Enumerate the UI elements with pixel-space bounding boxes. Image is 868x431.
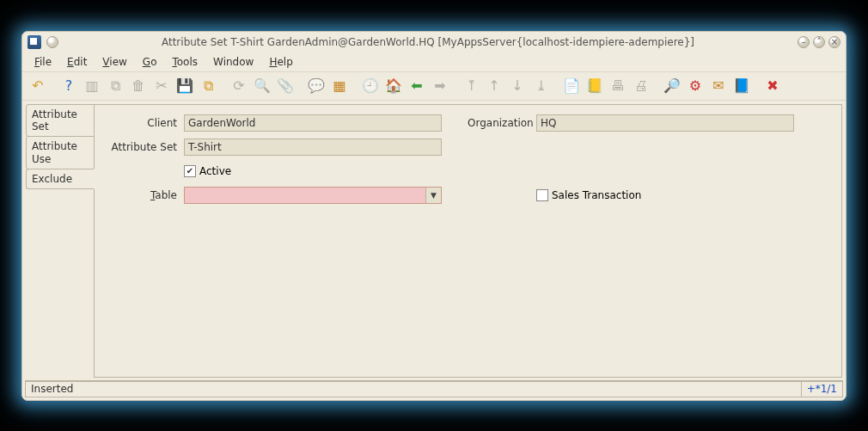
window: Attribute Set T-Shirt GardenAdmin@Garden…	[21, 31, 847, 401]
window-controls: – ˄ ×	[798, 36, 840, 48]
detail-icon[interactable]: ➡	[430, 76, 450, 96]
new-icon[interactable]: ▥	[82, 76, 102, 96]
close-icon[interactable]: ✖	[762, 76, 783, 96]
sales-transaction-checkbox[interactable]	[536, 189, 548, 201]
form-panel: Client GardenWorld Organization HQ Attri…	[94, 104, 842, 378]
save-new-icon[interactable]: ⧉	[198, 76, 218, 96]
tab-attribute-set[interactable]: Attribute Set	[26, 104, 95, 138]
tab-label: Attribute	[32, 140, 77, 152]
print-preview-icon[interactable]: 🖶	[608, 76, 628, 96]
minimize-button[interactable]: –	[798, 36, 810, 48]
last-icon[interactable]: ⤓	[530, 76, 551, 96]
history-icon[interactable]: 🕘	[360, 76, 381, 96]
tab-label: Exclude	[32, 173, 72, 185]
menu-window[interactable]: Window	[206, 54, 260, 70]
client-label: Client	[107, 117, 184, 129]
attribute-set-field: T-Shirt	[184, 139, 442, 156]
active-checkbox[interactable]	[184, 165, 196, 177]
status-message: Inserted	[25, 381, 802, 397]
tab-label: Use	[32, 153, 51, 165]
menu-edit[interactable]: Edit	[60, 54, 94, 70]
tab-list: Attribute Set Attribute Use Exclude	[26, 104, 95, 378]
menu-file[interactable]: File	[28, 54, 58, 70]
refresh-icon[interactable]: ⟳	[229, 76, 249, 96]
client-value: GardenWorld	[188, 117, 255, 129]
archive-icon[interactable]: 📒	[584, 76, 605, 96]
delete-icon[interactable]: 🗑	[128, 76, 149, 96]
product-info-icon[interactable]: 📘	[731, 76, 752, 96]
active-label: Active	[199, 165, 231, 177]
report-icon[interactable]: 📄	[561, 76, 582, 96]
table-label: Table	[107, 189, 184, 201]
menu-help[interactable]: Help	[262, 54, 299, 70]
menu-go[interactable]: Go	[136, 54, 164, 70]
first-icon[interactable]: ⤒	[461, 76, 481, 96]
app-icon	[28, 35, 41, 49]
organization-value: HQ	[541, 117, 556, 129]
zoom-across-icon[interactable]: 🔎	[662, 76, 682, 96]
record-indicator: +*1/1	[802, 381, 843, 397]
titlebar-menu-button[interactable]	[46, 36, 58, 48]
titlebar: Attribute Set T-Shirt GardenAdmin@Garden…	[22, 32, 846, 52]
table-combo-input[interactable]	[185, 188, 425, 203]
sales-transaction-label: Sales Transaction	[552, 189, 641, 201]
request-icon[interactable]: ✉	[708, 76, 729, 96]
menubar: File Edit View Go Tools Window Help	[22, 52, 846, 71]
workflow-icon[interactable]: ⚙	[685, 76, 706, 96]
chevron-down-icon[interactable]: ▼	[425, 188, 441, 203]
home-icon[interactable]: 🏠	[383, 76, 404, 96]
print-icon[interactable]: 🖨	[631, 76, 651, 96]
attribute-set-value: T-Shirt	[188, 141, 222, 153]
client-field: GardenWorld	[184, 114, 442, 132]
statusbar: Inserted +*1/1	[25, 380, 843, 397]
save-icon[interactable]: 💾	[174, 76, 195, 96]
tab-exclude[interactable]: Exclude	[26, 169, 95, 189]
grid-toggle-icon[interactable]: ▦	[329, 76, 350, 96]
tab-label: Set	[32, 120, 49, 132]
undo-icon[interactable]: ↶	[28, 76, 48, 96]
prev-icon[interactable]: ↑	[484, 76, 504, 96]
menu-tools[interactable]: Tools	[165, 54, 205, 70]
parent-icon[interactable]: ⬅	[406, 76, 427, 96]
copy-icon[interactable]: ⧉	[105, 76, 125, 96]
delete-selection-icon[interactable]: ✂	[151, 76, 172, 96]
find-icon[interactable]: 🔍	[252, 76, 272, 96]
organization-label: Organization	[468, 117, 536, 129]
tab-attribute-use[interactable]: Attribute Use	[26, 136, 95, 169]
window-title: Attribute Set T-Shirt GardenAdmin@Garden…	[64, 36, 792, 48]
content-area: Attribute Set Attribute Use Exclude Clie…	[22, 101, 846, 378]
tab-label: Attribute	[32, 108, 77, 120]
chat-icon[interactable]: 💬	[306, 76, 327, 96]
help-icon[interactable]: ?	[58, 76, 79, 96]
attribute-set-label: Attribute Set	[107, 141, 184, 153]
attachment-icon[interactable]: 📎	[275, 76, 296, 96]
toolbar: ↶ ? ▥ ⧉ 🗑 ✂ 💾 ⧉ ⟳ 🔍 📎 💬 ▦ 🕘 🏠 ⬅ ➡ ⤒ ↑ ↓ …	[22, 71, 846, 101]
next-icon[interactable]: ↓	[507, 76, 528, 96]
close-window-button[interactable]: ×	[828, 36, 840, 48]
organization-field: HQ	[536, 114, 794, 132]
table-combo[interactable]: ▼	[184, 187, 442, 204]
menu-view[interactable]: View	[95, 54, 133, 70]
maximize-button[interactable]: ˄	[813, 36, 825, 48]
